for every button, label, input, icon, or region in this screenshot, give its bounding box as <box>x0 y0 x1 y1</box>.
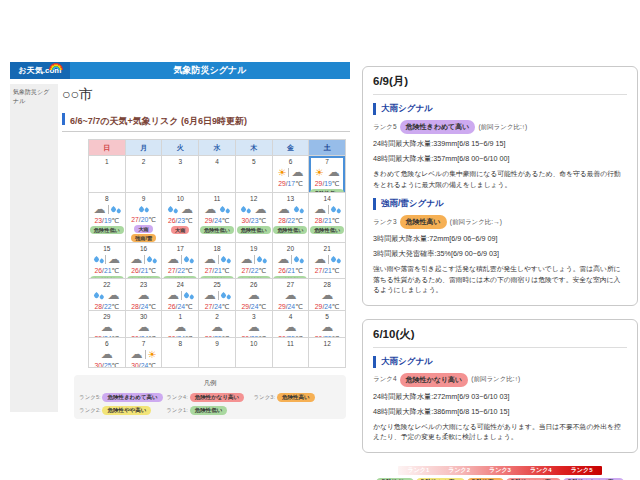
calendar-day-cell[interactable]: 7☁☀30/24℃ <box>126 338 163 368</box>
high-temp: 29 <box>241 303 249 310</box>
calendar-day-cell[interactable]: 12 <box>309 338 346 368</box>
calendar-day-cell[interactable]: 5 <box>236 156 273 193</box>
rank-trend: (前回ランク比:↑) <box>471 375 520 384</box>
low-temp: 23 <box>177 217 185 224</box>
calendar-day-cell[interactable]: 13☁28/22℃危険性低い <box>273 193 310 243</box>
rain-icon <box>294 207 304 212</box>
weekday-header: 日 <box>89 140 126 156</box>
legend-item: ランク1:危険性低い <box>166 406 253 415</box>
cloud-icon: ☁ <box>314 253 326 266</box>
cloud-icon: ☁ <box>204 203 216 216</box>
forecast-subtitle-text: 6/6~7/7の天気+気象リスク (6月6日9時更新) <box>70 116 247 126</box>
calendar-day-cell[interactable]: 2 <box>126 156 163 193</box>
weather-icon: ☁ <box>284 321 296 334</box>
calendar-day-cell[interactable]: 30☁30/24℃ <box>126 311 163 338</box>
signal-risk-badge: 危険性かなり高い <box>400 373 469 387</box>
calendar-day-cell[interactable]: 1☁30/24℃ <box>162 311 199 338</box>
rank-trend: (前回ランク比:↑) <box>478 123 527 132</box>
signal-metric: 3時間最大発雷確率:35%[6/9 00~6/9 03] <box>373 249 627 259</box>
high-temp: 27 <box>241 267 249 274</box>
rain-icon <box>294 257 304 262</box>
calendar-day-cell[interactable]: 2☁30/25℃ <box>199 311 236 338</box>
calendar-day-cell[interactable]: 15☁26/21℃危険性低い <box>89 243 126 279</box>
calendar-day-cell[interactable]: 6☀☁29/17℃ <box>273 156 310 193</box>
calendar-day-cell[interactable]: 11☁29/24℃危険性低い <box>199 193 236 243</box>
temperature: 26/21℃ <box>95 266 120 275</box>
rank-scale-label: ランク2 <box>439 466 480 475</box>
rank-label: ランク4 <box>373 375 397 384</box>
calendar-day-cell[interactable]: 25☁27/24℃ <box>199 279 236 311</box>
calendar-day-cell[interactable]: 27☁29/24℃ <box>273 279 310 311</box>
calendar-day-cell[interactable]: 24☁26/24℃ <box>162 279 199 311</box>
rainbow-icon <box>49 63 63 70</box>
detail-card: 6/9(月)大雨シグナルランク5危険性きわめて高い(前回ランク比:↑)24時間最… <box>362 66 638 306</box>
calendar-day-cell[interactable]: 8☁23/19℃危険性低い <box>89 193 126 243</box>
app-logo[interactable]: お天気.com <box>10 62 70 79</box>
calendar-week-row: 8☁23/19℃危険性低い927/20℃大雨強雨/雷10☁26/23℃大雨11☁… <box>89 193 346 243</box>
day-risk-badge: 危険性低い <box>200 226 234 234</box>
calendar-day-cell[interactable]: 29☁29/24℃ <box>89 311 126 338</box>
calendar-day-cell[interactable]: 6☁30/25℃ <box>89 338 126 368</box>
day-number: 5 <box>252 157 256 166</box>
cloud-icon: ☁ <box>314 203 326 216</box>
cloud-icon: ☁ <box>277 253 289 266</box>
calendar-day-cell[interactable]: 22☁28/22℃ <box>89 279 126 311</box>
rank-scale-label: ランク5 <box>561 466 602 475</box>
weather-icon: ☁ <box>248 289 260 302</box>
calendar-day-cell[interactable]: 28☁29/24℃ <box>309 279 346 311</box>
day-badges: 危険性低い <box>90 225 124 234</box>
weather-icon: ☀☁ <box>315 166 340 179</box>
calendar-day-cell[interactable]: 4☁30/25℃ <box>273 311 310 338</box>
signal-metric: 24時間最大降水量:272mm[6/9 03~6/10 03] <box>373 392 627 402</box>
calendar-day-cell[interactable]: 10 <box>236 338 273 368</box>
weather-icon: ☁ <box>321 289 333 302</box>
high-temp: 27 <box>205 267 213 274</box>
calendar-day-cell[interactable]: 16☁26/21℃危険性低い <box>126 243 163 279</box>
calendar-day-cell[interactable]: 3 <box>162 156 199 193</box>
calendar-day-cell[interactable]: 4 <box>199 156 236 193</box>
calendar-day-cell[interactable]: 12☁30/23℃危険性低い <box>236 193 273 243</box>
cloud-icon: ☁ <box>211 321 223 334</box>
calendar-day-cell[interactable]: 927/20℃大雨強雨/雷 <box>126 193 163 243</box>
rain-icon <box>220 207 230 212</box>
calendar-day-cell[interactable]: 3☁30/25℃ <box>236 311 273 338</box>
cloud-icon: ☁ <box>284 321 296 334</box>
calendar-day-cell[interactable]: 20☁26/21℃危険性低い <box>273 243 310 279</box>
calendar-day-cell[interactable]: 19☁27/22℃危険性低い <box>236 243 273 279</box>
legend-rank-label: ランク2: <box>79 407 100 414</box>
calendar-day-cell[interactable]: 17☁27/22℃危険性低い <box>162 243 199 279</box>
calendar-day-cell[interactable]: 14☁28/21℃危険性低い <box>309 193 346 243</box>
calendar-day-cell[interactable]: 8 <box>162 338 199 368</box>
day-badges: 危険性低い <box>237 225 271 234</box>
temperature: 27/22℃ <box>168 266 193 275</box>
day-number: 9 <box>142 194 146 203</box>
rain-icon <box>257 257 267 262</box>
calendar-day-cell[interactable]: 1 <box>89 156 126 193</box>
calendar-day-cell[interactable]: 23☁28/24℃ <box>126 279 163 311</box>
calendar-day-cell[interactable]: 7☀☁29/19℃危険性低い <box>309 156 346 193</box>
calendar-day-cell[interactable]: 21☁27/21℃ <box>309 243 346 279</box>
temperature: 23/19℃ <box>95 216 120 225</box>
high-temp: 27 <box>168 267 176 274</box>
separator-icon <box>291 255 292 264</box>
day-risk-badge: 大雨 <box>134 225 152 233</box>
weekday-header: 月 <box>126 140 163 156</box>
calendar-day-cell[interactable]: 9 <box>199 338 236 368</box>
calendar-week-row: 15☁26/21℃危険性低い16☁26/21℃危険性低い17☁27/22℃危険性… <box>89 243 346 279</box>
calendar-day-cell[interactable]: 18☁27/21℃危険性低い <box>199 243 236 279</box>
calendar-day-cell[interactable]: 5☁30/25℃ <box>309 311 346 338</box>
legend-badge: 危険性かなり高い <box>190 393 245 402</box>
sidebar-item-signal[interactable]: 気象防災シグナル <box>13 88 55 106</box>
weather-icon: ☁ <box>204 203 230 216</box>
weather-icon: ☁ <box>284 289 296 302</box>
signal-rank-line: ランク4危険性かなり高い(前回ランク比:↑) <box>373 373 627 387</box>
cloud-icon: ☁ <box>131 348 143 361</box>
calendar-day-cell[interactable]: 10☁26/23℃大雨 <box>162 193 199 243</box>
calendar-day-cell[interactable]: 11 <box>273 338 310 368</box>
day-number: 2 <box>142 157 146 166</box>
calendar-day-cell[interactable]: 26☁29/24℃ <box>236 279 273 311</box>
calendar-week-row: 6☁30/25℃7☁☀30/24℃89101112 <box>89 338 346 368</box>
cloud-icon: ☁ <box>174 321 186 334</box>
day-risk-badge: 危険性低い <box>273 226 307 234</box>
rain-icon <box>139 207 149 212</box>
